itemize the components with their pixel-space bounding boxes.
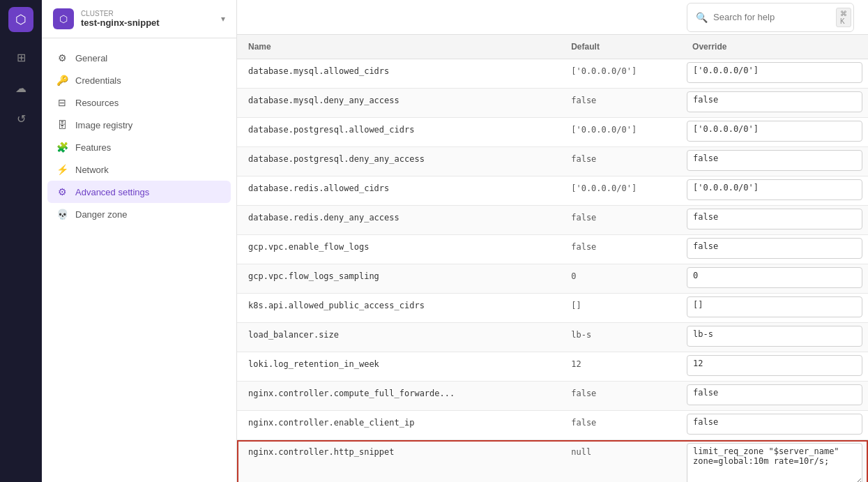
table-row: gcp.vpc.flow_logs_sampling0 — [237, 264, 868, 294]
history-icon[interactable]: ↺ — [8, 106, 33, 131]
setting-default: ['0.0.0.0/0'] — [560, 118, 681, 147]
icon-rail: ⬡ ⊞ ☁ ↺ — [0, 0, 42, 482]
sidebar-item-image-registry[interactable]: 🗄Image registry — [47, 114, 231, 136]
sidebar-item-danger-zone[interactable]: 💀Danger zone — [47, 203, 231, 225]
setting-override-cell — [681, 235, 868, 264]
setting-default: ['0.0.0.0/0'] — [560, 59, 681, 89]
setting-name: load_balancer.size — [237, 323, 560, 352]
cluster-label: Cluster — [81, 10, 160, 17]
setting-override-cell — [681, 176, 868, 206]
main-content: 🔍 ⌘ K Name Default Override database.mys… — [237, 0, 868, 482]
setting-name: database.postgresql.deny_any_access — [237, 147, 560, 176]
setting-name: nginx.controller.http_snippet — [237, 440, 560, 483]
setting-default: false — [560, 382, 681, 411]
sidebar-item-label: Advanced settings — [75, 187, 149, 197]
setting-default: false — [560, 411, 681, 440]
search-box[interactable]: 🔍 ⌘ K — [687, 3, 854, 32]
danger-zone-icon: 💀 — [56, 209, 68, 220]
setting-name: database.redis.allowed_cidrs — [237, 176, 560, 206]
setting-override-input[interactable] — [687, 121, 862, 142]
setting-default: 0 — [560, 264, 681, 294]
table-header-row: Name Default Override — [237, 35, 868, 59]
setting-override-input[interactable] — [687, 150, 862, 171]
setting-default: lb-s — [560, 323, 681, 352]
sidebar-item-features[interactable]: 🧩Features — [47, 136, 231, 158]
setting-name: nginx.controller.compute_full_forwarde..… — [237, 382, 560, 411]
table-row: database.mysql.deny_any_accessfalse — [237, 89, 868, 118]
chevron-down-icon: ▾ — [221, 14, 225, 24]
sidebar-item-label: Features — [75, 142, 111, 153]
cluster-name: test-nginx-snippet — [81, 17, 160, 28]
setting-name: loki.log_retention_in_week — [237, 352, 560, 382]
search-input[interactable] — [713, 12, 830, 22]
setting-override-input[interactable] — [687, 179, 862, 200]
network-icon: ⚡ — [56, 164, 68, 175]
setting-override-input[interactable] — [687, 443, 862, 482]
app-logo[interactable]: ⬡ — [8, 7, 33, 32]
image-registry-icon: 🗄 — [56, 119, 68, 130]
setting-override-input[interactable] — [687, 326, 862, 347]
cloud-icon[interactable]: ☁ — [8, 75, 33, 100]
setting-default: false — [560, 206, 681, 235]
cluster-header[interactable]: ⬡ Cluster test-nginx-snippet ▾ — [42, 0, 236, 38]
search-icon: 🔍 — [696, 12, 708, 23]
setting-override-cell — [681, 264, 868, 294]
cluster-info: Cluster test-nginx-snippet — [81, 10, 160, 28]
table-row: k8s.api.allowed_public_access_cidrs[] — [237, 294, 868, 323]
table-row: loki.log_retention_in_week12 — [237, 352, 868, 382]
setting-name: k8s.api.allowed_public_access_cidrs — [237, 294, 560, 323]
sidebar-item-resources[interactable]: ⊟Resources — [47, 91, 231, 114]
setting-default: false — [560, 89, 681, 118]
sidebar-item-label: Resources — [75, 98, 119, 108]
sidebar-nav: ⚙General🔑Credentials⊟Resources🗄Image reg… — [42, 38, 236, 234]
setting-override-cell — [681, 323, 868, 352]
table-row: database.postgresql.allowed_cidrs['0.0.0… — [237, 118, 868, 147]
setting-override-cell — [681, 411, 868, 440]
sidebar-item-label: Image registry — [75, 120, 132, 130]
setting-default: false — [560, 235, 681, 264]
col-override: Override — [681, 35, 868, 59]
setting-default: false — [560, 147, 681, 176]
table-row: database.redis.deny_any_accessfalse — [237, 206, 868, 235]
cluster-icon: ⬡ — [53, 8, 74, 29]
sidebar-item-advanced-settings[interactable]: ⚙Advanced settings — [47, 181, 231, 203]
setting-override-input[interactable] — [687, 355, 862, 376]
setting-override-input[interactable] — [687, 267, 862, 288]
sidebar-item-label: Danger zone — [75, 209, 127, 220]
table-row: gcp.vpc.enable_flow_logsfalse — [237, 235, 868, 264]
setting-override-input[interactable] — [687, 296, 862, 317]
credentials-icon: 🔑 — [56, 75, 68, 86]
setting-override-input[interactable] — [687, 62, 862, 83]
setting-override-input[interactable] — [687, 238, 862, 259]
setting-name: database.mysql.allowed_cidrs — [237, 59, 560, 89]
setting-override-input[interactable] — [687, 91, 862, 112]
setting-name: gcp.vpc.enable_flow_logs — [237, 235, 560, 264]
layers-icon[interactable]: ⊞ — [8, 45, 33, 70]
sidebar-item-label: Network — [75, 165, 109, 175]
setting-override-input[interactable] — [687, 414, 862, 435]
table-row: nginx.controller.http_snippetnull — [237, 440, 868, 483]
setting-override-cell — [681, 147, 868, 176]
table-row: database.redis.allowed_cidrs['0.0.0.0/0'… — [237, 176, 868, 206]
setting-name: database.postgresql.allowed_cidrs — [237, 118, 560, 147]
search-shortcut: ⌘ K — [836, 8, 851, 27]
sidebar-item-label: General — [75, 53, 107, 63]
setting-name: nginx.controller.enable_client_ip — [237, 411, 560, 440]
setting-name: database.mysql.deny_any_access — [237, 89, 560, 118]
setting-override-input[interactable] — [687, 384, 862, 405]
settings-content: Name Default Override database.mysql.all… — [237, 35, 868, 482]
setting-override-input[interactable] — [687, 209, 862, 229]
setting-default: ['0.0.0.0/0'] — [560, 176, 681, 206]
sidebar-item-network[interactable]: ⚡Network — [47, 158, 231, 181]
setting-override-cell — [681, 206, 868, 235]
sidebar-item-credentials[interactable]: 🔑Credentials — [47, 69, 231, 91]
table-row: nginx.controller.enable_client_ipfalse — [237, 411, 868, 440]
top-bar: 🔍 ⌘ K — [237, 0, 868, 35]
general-icon: ⚙ — [56, 52, 68, 63]
setting-override-cell — [681, 118, 868, 147]
sidebar-item-general[interactable]: ⚙General — [47, 47, 231, 69]
setting-override-cell — [681, 440, 868, 483]
col-default: Default — [560, 35, 681, 59]
features-icon: 🧩 — [56, 142, 68, 153]
settings-table: Name Default Override database.mysql.all… — [237, 35, 868, 482]
